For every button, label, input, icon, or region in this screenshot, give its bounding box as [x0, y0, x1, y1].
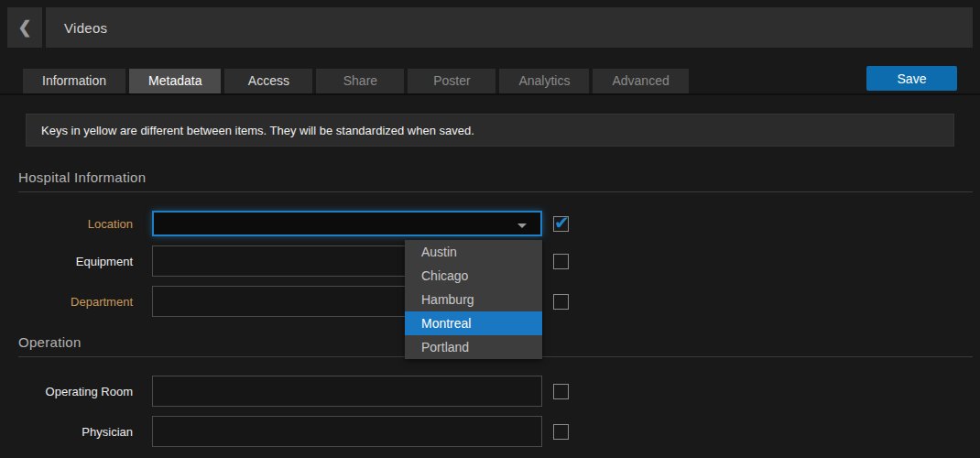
operating-room-checkbox[interactable] — [553, 384, 569, 399]
dropdown-option-chicago[interactable]: Chicago — [405, 264, 542, 288]
info-banner-text: Keys in yellow are different between ite… — [41, 124, 474, 137]
dropdown-option-austin[interactable]: Austin — [405, 240, 542, 264]
tab-share[interactable]: Share — [316, 69, 404, 93]
location-dropdown: Austin Chicago Hamburg Montreal Portland — [405, 240, 542, 359]
location-label: Location — [0, 217, 152, 231]
tab-list: Information Metadata Access Share Poster… — [23, 69, 689, 93]
location-checkbox[interactable] — [553, 216, 569, 232]
tab-metadata[interactable]: Metadata — [129, 69, 221, 93]
operating-room-input[interactable] — [152, 376, 542, 407]
equipment-checkbox[interactable] — [553, 254, 569, 269]
dropdown-option-portland[interactable]: Portland — [405, 335, 542, 359]
tab-advanced[interactable]: Advanced — [593, 69, 688, 93]
hospital-information-form: Location Austin Chicago Hamburg Montreal… — [0, 211, 980, 317]
field-row-location: Location Austin Chicago Hamburg Montreal… — [0, 211, 980, 236]
page-title: Videos — [64, 20, 107, 36]
info-banner: Keys in yellow are different between ite… — [26, 114, 954, 147]
title-bar: Videos — [46, 7, 973, 48]
header: ❮ Videos — [7, 7, 973, 48]
chevron-down-icon — [517, 224, 527, 228]
tab-access[interactable]: Access — [224, 69, 312, 93]
chevron-left-icon: ❮ — [17, 17, 31, 38]
video-metadata-page: ❮ Videos Information Metadata Access Sha… — [0, 0, 980, 458]
field-row-physician: Physician — [0, 416, 980, 447]
operating-room-label: Operating Room — [0, 385, 152, 398]
tab-poster[interactable]: Poster — [408, 69, 495, 93]
back-button[interactable]: ❮ — [7, 7, 42, 48]
equipment-label: Equipment — [0, 255, 152, 268]
dropdown-option-hamburg[interactable]: Hamburg — [405, 288, 542, 311]
department-label: Department — [0, 295, 152, 309]
tab-bar: Information Metadata Access Share Poster… — [0, 69, 980, 95]
section-title-hospital-information: Hospital Information — [18, 169, 973, 192]
location-select[interactable]: Austin Chicago Hamburg Montreal Portland — [152, 211, 542, 236]
physician-checkbox[interactable] — [553, 424, 569, 440]
dropdown-option-montreal[interactable]: Montreal — [405, 311, 542, 335]
physician-label: Physician — [0, 425, 152, 439]
field-row-operating-room: Operating Room — [0, 376, 980, 407]
operation-form: Operating Room Physician — [0, 376, 980, 447]
tab-information[interactable]: Information — [23, 69, 125, 93]
physician-input[interactable] — [152, 416, 542, 447]
save-button[interactable]: Save — [866, 66, 957, 91]
department-checkbox[interactable] — [553, 294, 569, 310]
tab-analytics[interactable]: Analytics — [499, 69, 589, 93]
